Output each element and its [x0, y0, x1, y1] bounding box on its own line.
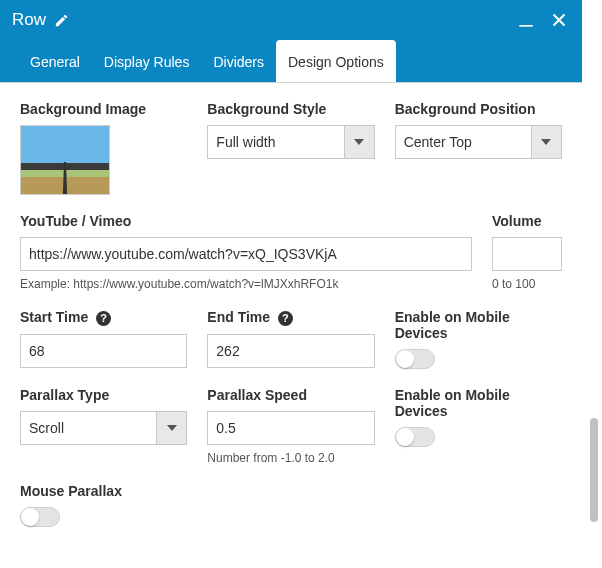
label-enable-mobile-1: Enable on Mobile Devices — [395, 309, 562, 341]
tab-display-rules[interactable]: Display Rules — [92, 40, 202, 82]
bg-position-value: Center Top — [404, 134, 472, 150]
close-icon[interactable] — [548, 9, 570, 31]
label-bg-position: Background Position — [395, 101, 562, 117]
label-bg-image: Background Image — [20, 101, 187, 117]
label-mouse-parallax: Mouse Parallax — [20, 483, 562, 499]
label-end-time: End Time ? — [207, 309, 374, 326]
label-enable-mobile-2: Enable on Mobile Devices — [395, 387, 562, 419]
label-parallax-type: Parallax Type — [20, 387, 187, 403]
mouse-parallax-toggle[interactable] — [20, 507, 60, 527]
start-time-input[interactable] — [20, 334, 187, 368]
volume-input[interactable] — [492, 237, 562, 271]
tab-general[interactable]: General — [18, 40, 92, 82]
scrollbar[interactable] — [582, 0, 602, 568]
tabstrip: General Display Rules Dividers Design Op… — [0, 40, 582, 83]
edit-icon[interactable] — [54, 13, 69, 28]
tab-design-options[interactable]: Design Options — [276, 40, 396, 82]
label-volume: Volume — [492, 213, 562, 229]
chevron-down-icon — [344, 126, 374, 158]
label-start-time: Start Time ? — [20, 309, 187, 326]
titlebar: Row — [0, 0, 582, 40]
label-youtube: YouTube / Vimeo — [20, 213, 472, 229]
label-parallax-speed: Parallax Speed — [207, 387, 374, 403]
enable-mobile-toggle-2[interactable] — [395, 427, 435, 447]
help-icon[interactable]: ? — [278, 311, 293, 326]
help-icon[interactable]: ? — [96, 311, 111, 326]
chevron-down-icon — [531, 126, 561, 158]
bg-style-select[interactable]: Full width — [207, 125, 374, 159]
hint-volume: 0 to 100 — [492, 277, 562, 291]
svg-rect-0 — [519, 25, 532, 27]
minimize-icon[interactable] — [516, 10, 536, 30]
parallax-type-value: Scroll — [29, 420, 64, 436]
hint-parallax-speed: Number from -1.0 to 2.0 — [207, 451, 374, 465]
window-title: Row — [12, 10, 46, 30]
content-pane: Background Image Background Style Full w… — [0, 83, 582, 563]
bg-style-value: Full width — [216, 134, 275, 150]
tab-dividers[interactable]: Dividers — [201, 40, 276, 82]
bg-position-select[interactable]: Center Top — [395, 125, 562, 159]
label-bg-style: Background Style — [207, 101, 374, 117]
youtube-input[interactable] — [20, 237, 472, 271]
enable-mobile-toggle-1[interactable] — [395, 349, 435, 369]
end-time-input[interactable] — [207, 334, 374, 368]
parallax-type-select[interactable]: Scroll — [20, 411, 187, 445]
scroll-thumb[interactable] — [590, 418, 598, 522]
hint-youtube: Example: https://www.youtube.com/watch?v… — [20, 277, 472, 291]
background-image-thumb[interactable] — [20, 125, 110, 195]
chevron-down-icon — [156, 412, 186, 444]
parallax-speed-input[interactable] — [207, 411, 374, 445]
